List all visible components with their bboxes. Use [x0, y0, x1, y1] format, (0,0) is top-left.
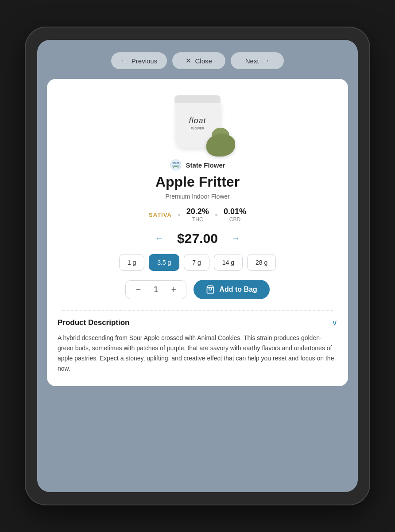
product-card: float FLOWER STATE FLOWER	[47, 79, 348, 386]
product-image-area: float FLOWER	[47, 79, 348, 159]
screen: ← Previous ✕ Close Next → float FLOWE	[37, 40, 358, 492]
description-section: Product Description ∨ A hybrid descendin…	[47, 318, 348, 374]
previous-label: Previous	[132, 57, 157, 65]
quantity-decrease-button[interactable]: −	[133, 285, 143, 294]
left-arrow-icon: ←	[121, 57, 128, 65]
close-button[interactable]: ✕ Close	[172, 52, 225, 69]
product-subtitle: Premium Indoor Flower	[165, 193, 230, 200]
cbd-label: CBD	[229, 216, 240, 223]
cannabis-bud-image	[202, 130, 237, 156]
price-left-arrow-button[interactable]: ←	[152, 231, 167, 246]
quantity-increase-button[interactable]: +	[168, 285, 179, 294]
weight-35g-button[interactable]: 3.5 g	[149, 254, 179, 271]
quantity-value: 1	[151, 285, 160, 294]
strain-type-label: SATIVA	[149, 211, 172, 218]
price-row: ← $27.00 →	[152, 231, 243, 246]
bud-main	[206, 134, 235, 156]
right-arrow-icon: →	[263, 57, 270, 65]
thc-label: THC	[192, 216, 203, 223]
add-to-bag-button[interactable]: Add to Bag	[194, 280, 269, 299]
separator-dot-1	[178, 214, 180, 216]
weight-1g-button[interactable]: 1 g	[119, 254, 144, 271]
thc-value: 20.2%	[186, 207, 209, 216]
weight-14g-button[interactable]: 14 g	[214, 254, 243, 271]
close-x-icon: ✕	[186, 57, 191, 65]
brand-row: STATE FLOWER State Flower	[170, 159, 225, 171]
tablet-frame: ← Previous ✕ Close Next → float FLOWE	[25, 27, 370, 505]
product-title: Apple Fritter	[155, 174, 240, 190]
thc-potency: 20.2% THC	[186, 207, 209, 223]
brand-logo-icon: STATE FLOWER	[170, 159, 182, 171]
quantity-add-row: − 1 + Add to Bag	[125, 280, 269, 299]
weight-options: 1 g 3.5 g 7 g 14 g 28 g	[119, 254, 276, 271]
jar-brand-text: float	[189, 116, 206, 125]
weight-28g-button[interactable]: 28 g	[247, 254, 276, 271]
nav-bar: ← Previous ✕ Close Next →	[46, 52, 349, 69]
cbd-potency: 0.01% CBD	[224, 207, 246, 223]
product-image: float FLOWER	[162, 92, 233, 154]
price-right-arrow-button[interactable]: →	[228, 231, 243, 246]
price-value: $27.00	[177, 231, 218, 246]
previous-button[interactable]: ← Previous	[111, 52, 167, 69]
strain-potency-row: SATIVA 20.2% THC 0.01% CBD	[149, 207, 246, 223]
add-to-bag-label: Add to Bag	[219, 286, 257, 293]
next-label: Next	[245, 57, 259, 65]
bag-icon	[206, 285, 215, 294]
section-divider	[62, 310, 333, 311]
description-header: Product Description ∨	[58, 318, 337, 328]
chevron-down-icon[interactable]: ∨	[332, 318, 337, 328]
description-title: Product Description	[58, 318, 129, 327]
separator-dot-2	[215, 214, 217, 216]
jar-lid	[174, 95, 221, 103]
quantity-control: − 1 +	[125, 280, 186, 299]
close-label: Close	[195, 57, 212, 65]
svg-text:STATE: STATE	[173, 162, 180, 164]
description-text: A hybrid descending from Sour Apple cros…	[58, 333, 337, 374]
cbd-value: 0.01%	[224, 207, 246, 216]
next-button[interactable]: Next →	[231, 52, 284, 69]
weight-7g-button[interactable]: 7 g	[184, 254, 209, 271]
brand-name: State Flower	[186, 161, 225, 169]
